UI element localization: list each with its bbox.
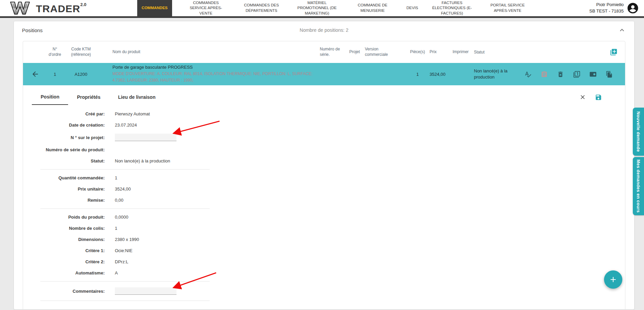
col-version-header: Version commerciale [365, 47, 394, 57]
field-label: Critère 1: [40, 248, 105, 253]
row-ktm-code: A1200 [62, 72, 100, 77]
position-detail-form: Créé par: Pierwszy Automat Date de créat… [40, 108, 210, 301]
save-icon [595, 94, 602, 101]
form-row-date-de-cr-ation: Date de création: 23.07.2024 [40, 119, 210, 131]
add-position-button[interactable] [610, 48, 618, 56]
field-label: Statut: [40, 158, 105, 163]
col-print-header: Imprimer [453, 49, 474, 55]
dimensions-value: 2380 x 1990 [115, 237, 139, 242]
form-divider [40, 208, 210, 209]
automatisme-value: A [115, 270, 118, 275]
row-actions [521, 71, 625, 78]
row-product-name: Porte de garage basculante PROGRESS [112, 65, 320, 70]
nav-item-portail-service-apr-s-vente[interactable]: PORTAIL SERVICE APRÈS-VENTE [486, 3, 529, 13]
row-pieces: 1 [406, 72, 430, 77]
logo: TRADER2.0 [9, 1, 86, 15]
app-bar: TRADER2.0 COMMANDES COMMANDES SERVICE AP… [0, 0, 644, 16]
position-row[interactable]: 1 A1200 Porte de garage basculante PROGR… [23, 63, 625, 85]
copy-one-button[interactable] [573, 71, 580, 78]
add-new-position-fab[interactable] [604, 270, 622, 289]
nav-item-commandes[interactable]: COMMANDES [137, 0, 172, 16]
brand-name: TRADER2.0 [36, 2, 86, 15]
row-status: Non lancé(e) à la production [474, 68, 521, 80]
collapse-row-button[interactable] [31, 70, 39, 78]
form-row-crit-re-2: Critère 2: DPrz:L [40, 256, 210, 267]
field-label: Quantité commandée: [40, 175, 105, 180]
row-product-description: MODE D'OUVERTURE: A, COULEUR: RAL 8014, … [112, 71, 316, 83]
field-label: Poids du produit: [40, 215, 105, 220]
save-button[interactable] [595, 94, 602, 101]
field-label: Commentaires: [40, 289, 105, 294]
col-project-header: Projet [349, 49, 365, 55]
collapse-panel-button[interactable] [618, 26, 626, 34]
field-label: Date de création: [40, 123, 105, 128]
close-detail-button[interactable] [579, 94, 586, 101]
field-label: N ° sur le projet: [40, 135, 105, 140]
delete-button[interactable] [557, 71, 564, 78]
back-arrow-icon [31, 70, 39, 78]
side-tab-mes-demandes-en-cours[interactable]: Mes demandes en cours [633, 157, 644, 215]
user-name: Piotr Pomietło [589, 2, 624, 8]
n-sur-le-projet-input[interactable] [115, 134, 176, 141]
user-info[interactable]: Piotr Pomietło SB TEST - 71835 [589, 2, 639, 15]
main-nav: COMMANDES COMMANDES SERVICE APRÈS-VENTE … [137, 0, 529, 16]
form-row-crit-re-1: Critère 1: Ocie:NIE [40, 245, 210, 256]
brand-version: 2.0 [80, 2, 86, 7]
clipboard-button [541, 71, 548, 78]
form-row-commentaires: Commentaires: [40, 284, 210, 298]
poids-du-produit-value: 0,0000 [115, 215, 128, 220]
copy-one-icon [573, 71, 580, 78]
nav-item-devis[interactable]: DEVIS [407, 5, 418, 11]
col-price-header: Prix [430, 49, 453, 55]
video-label-icon [589, 71, 597, 78]
tab-position[interactable]: Position [32, 89, 68, 105]
field-label: Créé par: [40, 111, 105, 116]
account-circle-icon[interactable] [627, 2, 639, 14]
detail-tabs: Position Propriétés Lieu de livraison [32, 89, 616, 105]
col-status-header: Statut [474, 49, 521, 55]
nav-item-commandes-des-d-partements[interactable]: COMMANDES DES DÉPARTEMENTS [240, 3, 283, 13]
nav-item-mat-riel-promotionnel-de-marketing[interactable]: MATÉRIEL PROMOTIONNEL (DE MARKETING) [295, 0, 339, 16]
chevron-up-icon [618, 26, 626, 34]
form-row-remise: Remise: 0,00 [40, 195, 210, 206]
positions-table: N° d'ordre Code KTM (référence) Nom du p… [23, 41, 625, 310]
form-row-automatisme: Automatisme: A [40, 267, 210, 279]
field-label: Automatisme: [40, 270, 105, 275]
col-ktm-header: Code KTM (référence) [62, 47, 100, 57]
positions-header: Positions Nombre de positions: 2 [14, 21, 634, 39]
col-pieces-header: Pièce(s) [406, 49, 430, 55]
row-order-no: 1 [47, 72, 62, 77]
positions-count: Nombre de positions: 2 [14, 27, 634, 33]
validate-button[interactable] [524, 71, 532, 78]
form-row-dimensions: Dimensions: 2380 x 1990 [40, 234, 210, 245]
date-de-cr-ation-value: 23.07.2024 [115, 123, 137, 128]
panel-title: Positions [22, 27, 43, 33]
commentaires-input[interactable] [115, 287, 176, 295]
form-row-quantit-command-e: Quantité commandée: 1 [40, 172, 210, 183]
positions-panel: Positions Nombre de positions: 2 N° d'or… [14, 21, 635, 310]
nav-item-factures-lectroniques-e-factures[interactable]: FACTURES ÉLECTRONIQUES (E-FACTURES) [430, 0, 474, 16]
form-divider [40, 169, 210, 170]
tab-proprietes[interactable]: Propriétés [68, 89, 109, 105]
promo-card-button[interactable] [589, 71, 597, 78]
remise-value: 0,00 [115, 198, 123, 203]
spellcheck-icon [524, 71, 532, 78]
tab-lieu-de-livraison[interactable]: Lieu de livraison [109, 89, 164, 105]
nav-item-commande-de-menuiserie[interactable]: COMMANDE DE MENUISERIE [351, 3, 394, 13]
duplicate-button[interactable] [606, 71, 613, 78]
field-label: Prix unitaire: [40, 186, 105, 192]
add-position-icon [610, 48, 618, 56]
form-row-n-sur-le-projet: N ° sur le projet: [40, 131, 210, 144]
field-label: Nombre de colis: [40, 226, 105, 231]
side-tab-nouvelle-demande[interactable]: Nouvelle demande [633, 108, 644, 156]
nav-item-commandes-service-apr-s-vente[interactable]: COMMANDES SERVICE APRÈS-VENTE [184, 0, 228, 16]
form-row-cr-par: Créé par: Pierwszy Automat [40, 108, 210, 119]
row-price: 3524,00 [430, 72, 453, 77]
form-row-poids-du-produit: Poids du produit: 0,0000 [40, 212, 210, 223]
close-icon [579, 94, 586, 101]
plus-icon [609, 275, 618, 284]
form-row-statut: Statut: Non lancé(e) à la production [40, 155, 210, 167]
form-row-prix-unitaire: Prix unitaire: 3524,00 [40, 183, 210, 195]
col-order-header: N° d'ordre [47, 47, 62, 57]
crit-re-2-value: DPrz:L [115, 259, 128, 264]
